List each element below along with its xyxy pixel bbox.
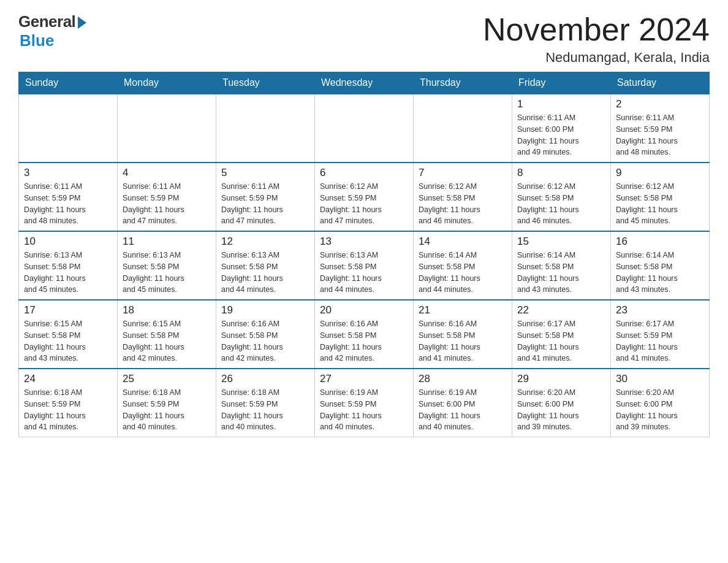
day-info: Sunrise: 6:20 AM Sunset: 6:00 PM Dayligh… — [517, 387, 605, 433]
day-info: Sunrise: 6:17 AM Sunset: 5:59 PM Dayligh… — [616, 318, 704, 364]
week-row-4: 17Sunrise: 6:15 AM Sunset: 5:58 PM Dayli… — [19, 300, 710, 369]
day-number: 28 — [419, 373, 507, 385]
day-number: 18 — [123, 304, 211, 316]
day-number: 26 — [221, 373, 309, 385]
calendar-cell: 4Sunrise: 6:11 AM Sunset: 5:59 PM Daylig… — [118, 163, 216, 231]
day-number: 25 — [123, 373, 211, 385]
day-number: 13 — [320, 236, 408, 248]
day-number: 29 — [517, 373, 605, 385]
day-info: Sunrise: 6:13 AM Sunset: 5:58 PM Dayligh… — [221, 250, 309, 296]
day-info: Sunrise: 6:16 AM Sunset: 5:58 PM Dayligh… — [419, 318, 507, 364]
day-number: 23 — [616, 304, 704, 316]
week-row-2: 3Sunrise: 6:11 AM Sunset: 5:59 PM Daylig… — [19, 163, 710, 231]
logo-arrow-icon — [78, 17, 86, 29]
weekday-header-sunday: Sunday — [19, 72, 118, 94]
day-number: 21 — [419, 304, 507, 316]
calendar-cell: 11Sunrise: 6:13 AM Sunset: 5:58 PM Dayli… — [118, 231, 216, 300]
day-info: Sunrise: 6:15 AM Sunset: 5:58 PM Dayligh… — [24, 318, 112, 364]
day-info: Sunrise: 6:18 AM Sunset: 5:59 PM Dayligh… — [221, 387, 309, 433]
logo-general-text: General — [18, 12, 75, 31]
day-info: Sunrise: 6:14 AM Sunset: 5:58 PM Dayligh… — [419, 250, 507, 296]
logo: General Blue — [18, 12, 86, 50]
month-title: November 2024 — [483, 12, 710, 47]
calendar-cell: 16Sunrise: 6:14 AM Sunset: 5:58 PM Dayli… — [611, 231, 710, 300]
title-area: November 2024 Nedumangad, Kerala, India — [483, 12, 710, 66]
calendar-cell: 20Sunrise: 6:16 AM Sunset: 5:58 PM Dayli… — [315, 300, 414, 369]
calendar-cell: 14Sunrise: 6:14 AM Sunset: 5:58 PM Dayli… — [414, 231, 512, 300]
day-info: Sunrise: 6:15 AM Sunset: 5:58 PM Dayligh… — [123, 318, 211, 364]
day-info: Sunrise: 6:18 AM Sunset: 5:59 PM Dayligh… — [123, 387, 211, 433]
calendar-cell: 15Sunrise: 6:14 AM Sunset: 5:58 PM Dayli… — [512, 231, 611, 300]
calendar-cell: 6Sunrise: 6:12 AM Sunset: 5:59 PM Daylig… — [315, 163, 414, 231]
day-number: 8 — [517, 167, 605, 179]
calendar-cell: 22Sunrise: 6:17 AM Sunset: 5:58 PM Dayli… — [512, 300, 611, 369]
day-info: Sunrise: 6:20 AM Sunset: 6:00 PM Dayligh… — [616, 387, 704, 433]
calendar-cell: 28Sunrise: 6:19 AM Sunset: 6:00 PM Dayli… — [414, 369, 512, 437]
day-info: Sunrise: 6:19 AM Sunset: 5:59 PM Dayligh… — [320, 387, 408, 433]
calendar-cell: 5Sunrise: 6:11 AM Sunset: 5:59 PM Daylig… — [216, 163, 315, 231]
day-number: 10 — [24, 236, 112, 248]
calendar-cell: 1Sunrise: 6:11 AM Sunset: 6:00 PM Daylig… — [512, 94, 611, 163]
weekday-header-tuesday: Tuesday — [216, 72, 315, 94]
day-info: Sunrise: 6:19 AM Sunset: 6:00 PM Dayligh… — [419, 387, 507, 433]
day-number: 6 — [320, 167, 408, 179]
page-header: General Blue November 2024 Nedumangad, K… — [18, 12, 710, 66]
weekday-header-row: SundayMondayTuesdayWednesdayThursdayFrid… — [19, 72, 710, 94]
calendar-cell: 27Sunrise: 6:19 AM Sunset: 5:59 PM Dayli… — [315, 369, 414, 437]
day-number: 12 — [221, 236, 309, 248]
calendar-cell: 7Sunrise: 6:12 AM Sunset: 5:58 PM Daylig… — [414, 163, 512, 231]
day-number: 30 — [616, 373, 704, 385]
weekday-header-thursday: Thursday — [414, 72, 512, 94]
weekday-header-wednesday: Wednesday — [315, 72, 414, 94]
day-info: Sunrise: 6:13 AM Sunset: 5:58 PM Dayligh… — [123, 250, 211, 296]
day-info: Sunrise: 6:12 AM Sunset: 5:58 PM Dayligh… — [419, 181, 507, 227]
calendar-cell: 21Sunrise: 6:16 AM Sunset: 5:58 PM Dayli… — [414, 300, 512, 369]
day-number: 15 — [517, 236, 605, 248]
day-number: 11 — [123, 236, 211, 248]
day-info: Sunrise: 6:14 AM Sunset: 5:58 PM Dayligh… — [517, 250, 605, 296]
location-text: Nedumangad, Kerala, India — [483, 50, 710, 66]
day-number: 16 — [616, 236, 704, 248]
day-info: Sunrise: 6:16 AM Sunset: 5:58 PM Dayligh… — [221, 318, 309, 364]
calendar-cell: 23Sunrise: 6:17 AM Sunset: 5:59 PM Dayli… — [611, 300, 710, 369]
day-number: 9 — [616, 167, 704, 179]
calendar-cell: 10Sunrise: 6:13 AM Sunset: 5:58 PM Dayli… — [19, 231, 118, 300]
day-number: 17 — [24, 304, 112, 316]
weekday-header-saturday: Saturday — [611, 72, 710, 94]
calendar-cell: 17Sunrise: 6:15 AM Sunset: 5:58 PM Dayli… — [19, 300, 118, 369]
calendar-cell: 30Sunrise: 6:20 AM Sunset: 6:00 PM Dayli… — [611, 369, 710, 437]
calendar-cell: 26Sunrise: 6:18 AM Sunset: 5:59 PM Dayli… — [216, 369, 315, 437]
day-info: Sunrise: 6:16 AM Sunset: 5:58 PM Dayligh… — [320, 318, 408, 364]
day-number: 19 — [221, 304, 309, 316]
day-number: 2 — [616, 98, 704, 110]
day-info: Sunrise: 6:13 AM Sunset: 5:58 PM Dayligh… — [320, 250, 408, 296]
calendar-cell: 19Sunrise: 6:16 AM Sunset: 5:58 PM Dayli… — [216, 300, 315, 369]
calendar-cell: 12Sunrise: 6:13 AM Sunset: 5:58 PM Dayli… — [216, 231, 315, 300]
week-row-3: 10Sunrise: 6:13 AM Sunset: 5:58 PM Dayli… — [19, 231, 710, 300]
day-info: Sunrise: 6:11 AM Sunset: 5:59 PM Dayligh… — [123, 181, 211, 227]
day-number: 7 — [419, 167, 507, 179]
calendar-cell: 2Sunrise: 6:11 AM Sunset: 5:59 PM Daylig… — [611, 94, 710, 163]
calendar-cell: 25Sunrise: 6:18 AM Sunset: 5:59 PM Dayli… — [118, 369, 216, 437]
day-info: Sunrise: 6:18 AM Sunset: 5:59 PM Dayligh… — [24, 387, 112, 433]
weekday-header-friday: Friday — [512, 72, 611, 94]
calendar-cell — [216, 94, 315, 163]
logo-blue-text: Blue — [20, 31, 54, 50]
weekday-header-monday: Monday — [118, 72, 216, 94]
day-info: Sunrise: 6:13 AM Sunset: 5:58 PM Dayligh… — [24, 250, 112, 296]
calendar-cell: 29Sunrise: 6:20 AM Sunset: 6:00 PM Dayli… — [512, 369, 611, 437]
week-row-1: 1Sunrise: 6:11 AM Sunset: 6:00 PM Daylig… — [19, 94, 710, 163]
day-number: 4 — [123, 167, 211, 179]
calendar-cell: 24Sunrise: 6:18 AM Sunset: 5:59 PM Dayli… — [19, 369, 118, 437]
calendar-cell: 13Sunrise: 6:13 AM Sunset: 5:58 PM Dayli… — [315, 231, 414, 300]
day-number: 27 — [320, 373, 408, 385]
calendar-cell: 8Sunrise: 6:12 AM Sunset: 5:58 PM Daylig… — [512, 163, 611, 231]
day-number: 3 — [24, 167, 112, 179]
day-info: Sunrise: 6:12 AM Sunset: 5:58 PM Dayligh… — [517, 181, 605, 227]
day-info: Sunrise: 6:11 AM Sunset: 5:59 PM Dayligh… — [616, 112, 704, 158]
day-number: 1 — [517, 98, 605, 110]
day-info: Sunrise: 6:17 AM Sunset: 5:58 PM Dayligh… — [517, 318, 605, 364]
calendar-cell — [19, 94, 118, 163]
day-info: Sunrise: 6:12 AM Sunset: 5:59 PM Dayligh… — [320, 181, 408, 227]
day-info: Sunrise: 6:11 AM Sunset: 5:59 PM Dayligh… — [221, 181, 309, 227]
